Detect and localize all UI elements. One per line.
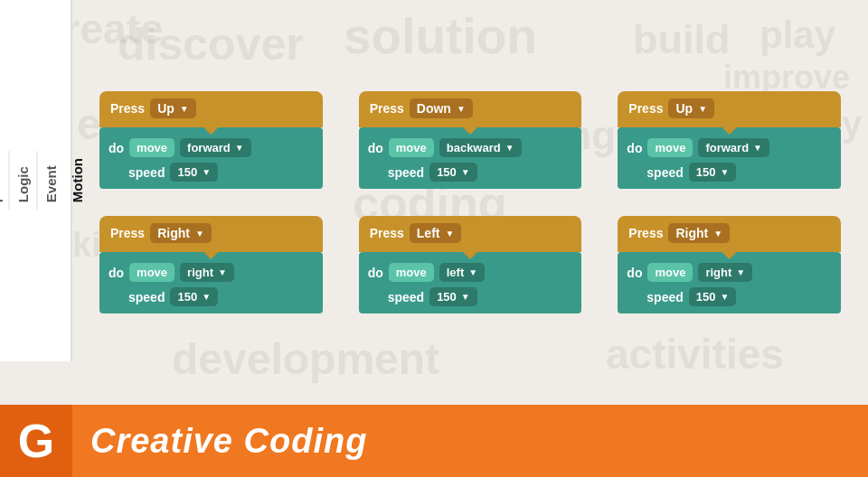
dropdown-arrow-event: ▼ (457, 104, 466, 114)
bottom-bar: G Creative Coding (0, 405, 868, 477)
logo-g: G (18, 414, 54, 468)
block-group-1: Press Up ▼ do move forward ▼ speed 150 (99, 91, 323, 189)
speed-row: speed 150 ▼ (368, 287, 573, 306)
event-press-label: Press (628, 101, 663, 116)
event-value-pill[interactable]: Up ▼ (668, 98, 714, 118)
event-value-pill[interactable]: Right ▼ (668, 223, 730, 243)
speed-row: speed 150 ▼ (627, 163, 832, 182)
speed-row: speed 150 ▼ (627, 287, 832, 306)
move-label-pill: move (647, 138, 693, 157)
sidebar-item-event[interactable]: Event (36, 151, 64, 210)
dropdown-arrow-move: ▼ (505, 143, 514, 153)
dropdown-arrow-event: ▼ (180, 104, 189, 114)
event-press-label: Press (628, 226, 663, 240)
action-block-2: do move backward ▼ speed 150 ▼ (359, 127, 582, 189)
move-row: do move left ▼ (368, 263, 573, 282)
speed-label: speed (128, 165, 165, 180)
move-label-pill: move (389, 138, 434, 157)
block-group-4: Press Right ▼ do move right ▼ speed 15 (99, 216, 323, 313)
block-group-6: Press Right ▼ do move right ▼ speed 15 (618, 216, 841, 313)
move-label-pill: move (389, 263, 434, 282)
sidebar-item-ps[interactable]: ps (0, 151, 8, 210)
do-label: do (627, 141, 642, 155)
dropdown-arrow-move: ▼ (218, 267, 227, 277)
move-row: do move right ▼ (108, 263, 314, 282)
sidebar: ps Logic Event Motion (0, 0, 72, 361)
sidebar-item-motion[interactable]: Motion (64, 151, 90, 210)
event-block-6[interactable]: Press Right ▼ (618, 216, 841, 252)
event-block-4[interactable]: Press Right ▼ (99, 216, 323, 252)
main-content: Press Up ▼ do move forward ▼ speed 150 (72, 0, 868, 405)
speed-label: speed (646, 290, 683, 304)
event-value-pill[interactable]: Down ▼ (410, 98, 473, 118)
move-value-pill[interactable]: right ▼ (698, 263, 752, 282)
event-value-pill[interactable]: Up ▼ (150, 98, 196, 118)
move-row: do move right ▼ (627, 263, 832, 282)
dropdown-arrow-event: ▼ (445, 229, 454, 238)
blocks-grid: Press Up ▼ do move forward ▼ speed 150 (99, 91, 841, 313)
event-block-2[interactable]: Press Down ▼ (359, 91, 582, 127)
event-value-pill[interactable]: Left ▼ (410, 223, 462, 243)
dropdown-arrow-event: ▼ (698, 104, 707, 114)
dropdown-arrow-speed: ▼ (721, 167, 730, 177)
do-label: do (108, 141, 124, 155)
dropdown-arrow-speed: ▼ (461, 167, 470, 177)
speed-value-pill[interactable]: 150 ▼ (689, 163, 737, 182)
dropdown-arrow-speed: ▼ (202, 167, 211, 177)
event-block-1[interactable]: Press Up ▼ (99, 91, 323, 127)
speed-row: speed 150 ▼ (108, 287, 314, 306)
do-label: do (368, 141, 383, 155)
move-value-pill[interactable]: right ▼ (180, 263, 234, 282)
do-label: do (627, 266, 642, 280)
event-press-label: Press (370, 101, 404, 116)
speed-value-pill[interactable]: 150 ▼ (170, 163, 218, 182)
move-label-pill: move (129, 263, 175, 282)
dropdown-arrow-move: ▼ (468, 267, 477, 277)
action-block-5: do move left ▼ speed 150 ▼ (359, 252, 582, 313)
move-row: do move forward ▼ (627, 138, 832, 157)
move-label-pill: move (647, 263, 693, 282)
move-row: do move forward ▼ (108, 138, 314, 157)
speed-value-pill[interactable]: 150 ▼ (689, 287, 737, 306)
move-value-pill[interactable]: left ▼ (439, 263, 485, 282)
speed-value-pill[interactable]: 150 ▼ (170, 287, 218, 306)
do-label: do (368, 266, 383, 280)
block-group-5: Press Left ▼ do move left ▼ speed 150 (359, 216, 582, 313)
event-press-label: Press (110, 101, 145, 116)
speed-value-pill[interactable]: 150 ▼ (429, 287, 477, 306)
speed-value-pill[interactable]: 150 ▼ (429, 163, 477, 182)
block-group-3: Press Up ▼ do move forward ▼ speed 150 (618, 91, 841, 189)
move-row: do move backward ▼ (368, 138, 573, 157)
move-value-pill[interactable]: forward ▼ (180, 138, 251, 157)
event-block-5[interactable]: Press Left ▼ (359, 216, 582, 252)
sidebar-item-logic[interactable]: Logic (8, 151, 36, 210)
action-block-3: do move forward ▼ speed 150 ▼ (618, 127, 841, 189)
action-block-6: do move right ▼ speed 150 ▼ (618, 252, 841, 313)
speed-label: speed (128, 290, 165, 304)
do-label: do (108, 266, 124, 280)
speed-label: speed (646, 165, 683, 180)
dropdown-arrow-event: ▼ (195, 229, 204, 238)
action-block-1: do move forward ▼ speed 150 ▼ (99, 127, 323, 189)
dropdown-arrow-move: ▼ (753, 143, 762, 153)
move-value-pill[interactable]: forward ▼ (698, 138, 769, 157)
event-value-pill[interactable]: Right ▼ (150, 223, 212, 243)
dropdown-arrow-event: ▼ (713, 229, 722, 238)
dropdown-arrow-move: ▼ (736, 267, 745, 277)
move-value-pill[interactable]: backward ▼ (439, 138, 522, 157)
event-press-label: Press (110, 226, 145, 240)
dropdown-arrow-move: ▼ (235, 143, 244, 153)
action-block-4: do move right ▼ speed 150 ▼ (99, 252, 323, 313)
speed-row: speed 150 ▼ (108, 163, 314, 182)
bottom-title: Creative Coding (90, 422, 367, 461)
speed-row: speed 150 ▼ (368, 163, 573, 182)
move-label-pill: move (129, 138, 175, 157)
speed-label: speed (388, 165, 424, 180)
dropdown-arrow-speed: ▼ (202, 292, 211, 302)
logo-container: G (0, 405, 72, 477)
event-block-3[interactable]: Press Up ▼ (618, 91, 841, 127)
event-press-label: Press (370, 226, 404, 240)
speed-label: speed (388, 290, 424, 304)
block-group-2: Press Down ▼ do move backward ▼ speed (359, 91, 582, 189)
dropdown-arrow-speed: ▼ (721, 292, 730, 302)
